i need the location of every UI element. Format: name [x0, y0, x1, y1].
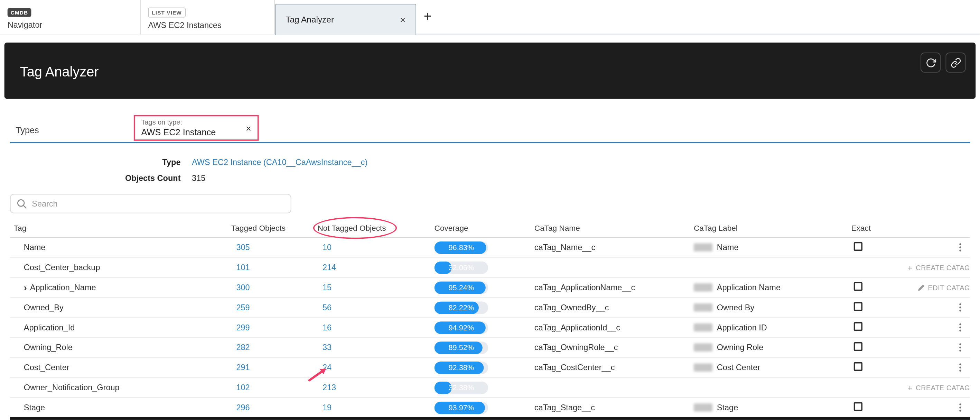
- not-tagged-objects-link[interactable]: 10: [323, 243, 331, 252]
- tagged-objects-link[interactable]: 300: [236, 283, 250, 292]
- row-menu-button[interactable]: [957, 361, 970, 374]
- coverage-bar: 96.83%: [434, 241, 488, 254]
- tab-navigator[interactable]: CMDB Navigator: [0, 0, 141, 34]
- column-header-coverage[interactable]: Coverage: [434, 224, 535, 232]
- coverage-value: 89.52%: [434, 341, 488, 354]
- catag-name: caTag_OwnedBy__c: [535, 303, 694, 312]
- coverage-bar: 95.24%: [434, 281, 488, 294]
- tags-on-type-chip annotation-box[interactable]: Tags on type: AWS EC2 Instance ×: [134, 115, 259, 141]
- section-underline: [10, 142, 970, 143]
- catag-name: caTag_OwningRole__c: [535, 343, 694, 352]
- exact-checkbox[interactable]: [854, 242, 862, 251]
- tagged-objects-link[interactable]: 282: [236, 343, 250, 352]
- refresh-button[interactable]: [921, 53, 940, 73]
- coverage-value: 96.83%: [434, 241, 488, 254]
- coverage-value: 32.38%: [434, 381, 488, 394]
- chip-value: AWS EC2 Instance: [142, 127, 216, 137]
- coverage-bar: 93.97%: [434, 401, 488, 414]
- tag-name: Application_Name: [30, 283, 96, 292]
- not-tagged-objects-link[interactable]: 33: [323, 343, 331, 352]
- not-tagged-objects-link[interactable]: 213: [323, 383, 336, 392]
- not-tagged-objects-link[interactable]: 214: [323, 263, 336, 272]
- tag-name: Application_Id: [10, 323, 231, 332]
- catag-name: caTag_Name__c: [535, 243, 694, 252]
- row-menu-button[interactable]: [957, 241, 970, 254]
- tab-aws-ec2-instances[interactable]: LIST VIEW AWS EC2 Instances: [141, 0, 275, 34]
- column-header-not-tagged-objects[interactable]: Not Tagged Objects: [317, 224, 434, 232]
- row-menu-button[interactable]: [957, 321, 970, 334]
- tab-bar: CMDB Navigator LIST VIEW AWS EC2 Instanc…: [0, 0, 980, 34]
- coverage-bar: 82.22%: [434, 301, 488, 314]
- redacted-prefix: [694, 363, 713, 372]
- edit-catag-button[interactable]: EDIT CATAG: [918, 284, 970, 291]
- not-tagged-objects-link[interactable]: 24: [323, 363, 331, 372]
- coverage-value: 93.97%: [434, 401, 488, 414]
- column-header-tagged-objects[interactable]: Tagged Objects: [231, 224, 318, 232]
- not-tagged-objects-link[interactable]: 19: [323, 403, 331, 412]
- tagged-objects-link[interactable]: 102: [236, 383, 250, 392]
- create-catag-button[interactable]: +CREATE CATAG: [907, 383, 970, 393]
- column-header-catag-label[interactable]: CaTag Label: [694, 224, 851, 232]
- exact-checkbox[interactable]: [854, 402, 862, 411]
- coverage-value: 82.22%: [434, 301, 488, 314]
- search-input[interactable]: [10, 194, 291, 213]
- refresh-icon: [925, 57, 936, 68]
- new-tab-button[interactable]: +: [424, 10, 432, 24]
- expand-chevron-icon[interactable]: ›: [24, 282, 27, 293]
- redacted-prefix: [694, 243, 713, 252]
- list-view-badge: LIST VIEW: [148, 8, 185, 18]
- not-tagged-objects-link[interactable]: 16: [323, 323, 331, 332]
- catag-label: Name: [717, 243, 739, 252]
- type-value-link[interactable]: AWS EC2 Instance (CA10__CaAwsInstance__c…: [192, 158, 368, 167]
- chip-label: Tags on type:: [142, 118, 182, 126]
- exact-checkbox[interactable]: [854, 362, 862, 371]
- horizontal-scrollbar[interactable]: [10, 417, 970, 420]
- tagged-objects-link[interactable]: 259: [236, 303, 250, 312]
- tagged-objects-link[interactable]: 299: [236, 323, 250, 332]
- close-tab-icon[interactable]: ×: [399, 14, 407, 25]
- create-catag-button[interactable]: +CREATE CATAG: [907, 262, 970, 272]
- row-menu-button[interactable]: [957, 401, 970, 414]
- not-tagged-objects-link[interactable]: 15: [323, 283, 331, 292]
- catag-name: caTag_Stage__c: [535, 403, 694, 412]
- coverage-value: 95.24%: [434, 281, 488, 294]
- tag-name: Name: [10, 243, 231, 252]
- column-header-exact[interactable]: Exact: [851, 224, 904, 232]
- tag-name: Stage: [10, 403, 231, 412]
- coverage-bar: 32.38%: [434, 381, 488, 394]
- not-tagged-objects-link[interactable]: 56: [323, 303, 331, 312]
- column-header-tag[interactable]: Tag: [10, 224, 231, 232]
- exact-checkbox[interactable]: [854, 282, 862, 291]
- redacted-prefix: [694, 283, 713, 292]
- exact-checkbox[interactable]: [854, 342, 862, 351]
- coverage-value: 94.92%: [434, 321, 488, 334]
- exact-checkbox[interactable]: [854, 322, 862, 331]
- tagged-objects-link[interactable]: 101: [236, 263, 250, 272]
- tagged-objects-link[interactable]: 291: [236, 363, 250, 372]
- table-header-row: Tag Tagged Objects Not Tagged Objects Co…: [10, 219, 970, 238]
- tagged-objects-link[interactable]: 305: [236, 243, 250, 252]
- tag-name: Cost_Center_backup: [10, 263, 231, 272]
- tags-table: Tag Tagged Objects Not Tagged Objects Co…: [10, 219, 970, 418]
- catag-name: caTag_ApplicationName__c: [535, 283, 694, 292]
- catag-name: caTag_ApplicationId__c: [535, 323, 694, 332]
- coverage-bar: 94.92%: [434, 321, 488, 334]
- share-link-button[interactable]: [946, 53, 966, 73]
- chip-close-icon[interactable]: ×: [246, 123, 251, 134]
- tab-title: Tag Analyzer: [286, 15, 399, 24]
- pencil-icon: [918, 284, 925, 291]
- catag-label: Owning Role: [717, 343, 764, 352]
- tag-analyzer-screen: CMDB Navigator LIST VIEW AWS EC2 Instanc…: [0, 0, 980, 420]
- row-menu-button[interactable]: [957, 341, 970, 354]
- column-header-catag-name[interactable]: CaTag Name: [535, 224, 694, 232]
- tagged-objects-link[interactable]: 296: [236, 403, 250, 412]
- tab-tag-analyzer[interactable]: Tag Analyzer ×: [275, 4, 417, 35]
- exact-checkbox[interactable]: [854, 302, 862, 311]
- tab-title: Navigator: [8, 20, 133, 29]
- coverage-value: 32.06%: [434, 261, 488, 274]
- types-nav-label[interactable]: Types: [16, 125, 39, 135]
- row-menu-button[interactable]: [957, 301, 970, 314]
- plus-icon: +: [907, 262, 913, 272]
- coverage-bar: 32.06%: [434, 261, 488, 274]
- table-row: Owned_By 259 56 82.22% caTag_OwnedBy__c …: [10, 298, 970, 318]
